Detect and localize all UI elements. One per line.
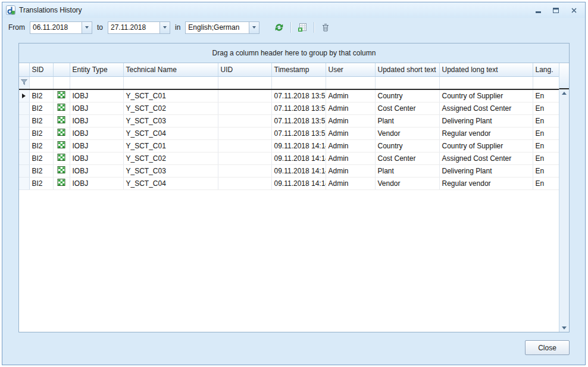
- close-window-button[interactable]: [568, 6, 579, 15]
- group-by-panel[interactable]: Drag a column header here to group by th…: [19, 43, 569, 63]
- cell-timestamp[interactable]: 07.11.2018 13:51: [271, 102, 326, 114]
- cell-sid[interactable]: BI2: [29, 152, 53, 164]
- cell-timestamp[interactable]: 07.11.2018 13:51: [271, 127, 326, 139]
- cell-technical-name[interactable]: Y_SCT_C03: [123, 114, 218, 127]
- cell-short-text[interactable]: Country: [375, 139, 439, 152]
- minimize-button[interactable]: [533, 6, 543, 15]
- cell-user[interactable]: Admin: [326, 139, 375, 152]
- filter-cell-lang[interactable]: [533, 76, 561, 89]
- row-indicator[interactable]: [19, 114, 29, 127]
- column-header-icon[interactable]: [53, 63, 70, 76]
- column-header-lang[interactable]: Lang.: [533, 63, 561, 76]
- cell-entity-icon[interactable]: [53, 152, 70, 164]
- table-row[interactable]: BI2 IOBJ Y_SCT_C04 07.11.2018 13:51 Admi…: [19, 127, 561, 139]
- row-indicator[interactable]: [19, 177, 29, 189]
- cell-uid[interactable]: [218, 164, 271, 177]
- cell-user[interactable]: Admin: [326, 102, 375, 114]
- cell-entity-icon[interactable]: [53, 114, 70, 127]
- maximize-button[interactable]: [551, 6, 561, 15]
- row-indicator[interactable]: [19, 127, 29, 139]
- cell-user[interactable]: Admin: [326, 127, 375, 139]
- refresh-button[interactable]: [273, 21, 286, 34]
- column-header-entity-type[interactable]: Entity Type: [70, 63, 123, 76]
- cell-user[interactable]: Admin: [326, 114, 375, 127]
- cell-short-text[interactable]: Cost Center: [375, 102, 439, 114]
- cell-timestamp[interactable]: 09.11.2018 14:14: [271, 152, 326, 164]
- cell-lang[interactable]: En: [533, 89, 561, 102]
- column-header-technical-name[interactable]: Technical Name: [123, 63, 218, 76]
- cell-lang[interactable]: En: [533, 102, 561, 114]
- table-row[interactable]: BI2 IOBJ Y_SCT_C02 09.11.2018 14:14 Admi…: [19, 152, 561, 164]
- cell-entity-icon[interactable]: [53, 177, 70, 189]
- cell-uid[interactable]: [218, 139, 271, 152]
- cell-entity-type[interactable]: IOBJ: [70, 89, 123, 102]
- cell-technical-name[interactable]: Y_SCT_C01: [123, 139, 218, 152]
- cell-timestamp[interactable]: 09.11.2018 14:14: [271, 164, 326, 177]
- table-row[interactable]: BI2 IOBJ Y_SCT_C02 07.11.2018 13:51 Admi…: [19, 102, 561, 114]
- cell-entity-icon[interactable]: [53, 127, 70, 139]
- cell-long-text[interactable]: Regular vendor: [439, 177, 533, 189]
- cell-technical-name[interactable]: Y_SCT_C03: [123, 164, 218, 177]
- cell-sid[interactable]: BI2: [29, 102, 53, 114]
- from-date-dropdown-button[interactable]: [82, 22, 92, 33]
- cell-lang[interactable]: En: [533, 152, 561, 164]
- delete-button[interactable]: [319, 21, 332, 34]
- cell-technical-name[interactable]: Y_SCT_C02: [123, 102, 218, 114]
- table-row[interactable]: BI2 IOBJ Y_SCT_C03 09.11.2018 14:14 Admi…: [19, 164, 561, 177]
- filter-cell-uid[interactable]: [218, 76, 271, 89]
- cell-entity-type[interactable]: IOBJ: [70, 114, 123, 127]
- cell-uid[interactable]: [218, 89, 271, 102]
- cell-long-text[interactable]: Regular vendor: [439, 127, 533, 139]
- cell-timestamp[interactable]: 07.11.2018 13:51: [271, 114, 326, 127]
- table-row[interactable]: BI2 IOBJ Y_SCT_C03 07.11.2018 13:51 Admi…: [19, 114, 561, 127]
- cell-entity-type[interactable]: IOBJ: [70, 139, 123, 152]
- cell-user[interactable]: Admin: [326, 89, 375, 102]
- cell-entity-type[interactable]: IOBJ: [70, 164, 123, 177]
- cell-long-text[interactable]: Delivering Plant: [439, 164, 533, 177]
- cell-user[interactable]: Admin: [326, 177, 375, 189]
- row-indicator[interactable]: [19, 139, 29, 152]
- cell-short-text[interactable]: Vendor: [375, 127, 439, 139]
- filter-cell-long-text[interactable]: [439, 76, 533, 89]
- row-indicator[interactable]: [19, 152, 29, 164]
- cell-timestamp[interactable]: 09.11.2018 14:14: [271, 139, 326, 152]
- scroll-down-icon[interactable]: [562, 326, 567, 329]
- column-header-long-text[interactable]: Updated long text: [439, 63, 533, 76]
- row-indicator[interactable]: [19, 102, 29, 114]
- cell-long-text[interactable]: Assigned Cost Center: [439, 152, 533, 164]
- cell-short-text[interactable]: Vendor: [375, 177, 439, 189]
- cell-technical-name[interactable]: Y_SCT_C02: [123, 152, 218, 164]
- cell-long-text[interactable]: Delivering Plant: [439, 114, 533, 127]
- row-indicator[interactable]: [19, 89, 29, 102]
- cell-uid[interactable]: [218, 152, 271, 164]
- filter-cell-timestamp[interactable]: [271, 76, 326, 89]
- cell-short-text[interactable]: Plant: [375, 114, 439, 127]
- language-input[interactable]: [186, 22, 249, 33]
- filter-cell-entity-type[interactable]: [70, 76, 123, 89]
- cell-entity-icon[interactable]: [53, 164, 70, 177]
- cell-uid[interactable]: [218, 127, 271, 139]
- to-date-input[interactable]: [108, 22, 159, 33]
- column-header-user[interactable]: User: [326, 63, 375, 76]
- cell-entity-type[interactable]: IOBJ: [70, 152, 123, 164]
- cell-entity-icon[interactable]: [53, 139, 70, 152]
- cell-lang[interactable]: En: [533, 177, 561, 189]
- filter-cell-sid[interactable]: [29, 76, 53, 89]
- cell-lang[interactable]: En: [533, 139, 561, 152]
- from-date-input[interactable]: [30, 22, 82, 33]
- cell-sid[interactable]: BI2: [29, 164, 53, 177]
- scroll-up-icon[interactable]: [562, 92, 567, 95]
- cell-technical-name[interactable]: Y_SCT_C04: [123, 127, 218, 139]
- cell-entity-type[interactable]: IOBJ: [70, 102, 123, 114]
- close-button[interactable]: Close: [525, 340, 570, 355]
- filter-cell-icon[interactable]: [53, 76, 70, 89]
- cell-long-text[interactable]: Country of Supplier: [439, 89, 533, 102]
- cell-long-text[interactable]: Assigned Cost Center: [439, 102, 533, 114]
- export-excel-button[interactable]: [296, 21, 309, 34]
- cell-long-text[interactable]: Country of Supplier: [439, 139, 533, 152]
- cell-entity-icon[interactable]: [53, 102, 70, 114]
- column-header-short-text[interactable]: Updated short text: [375, 63, 439, 76]
- cell-entity-type[interactable]: IOBJ: [70, 127, 123, 139]
- cell-technical-name[interactable]: Y_SCT_C01: [123, 89, 218, 102]
- column-header-uid[interactable]: UID: [218, 63, 271, 76]
